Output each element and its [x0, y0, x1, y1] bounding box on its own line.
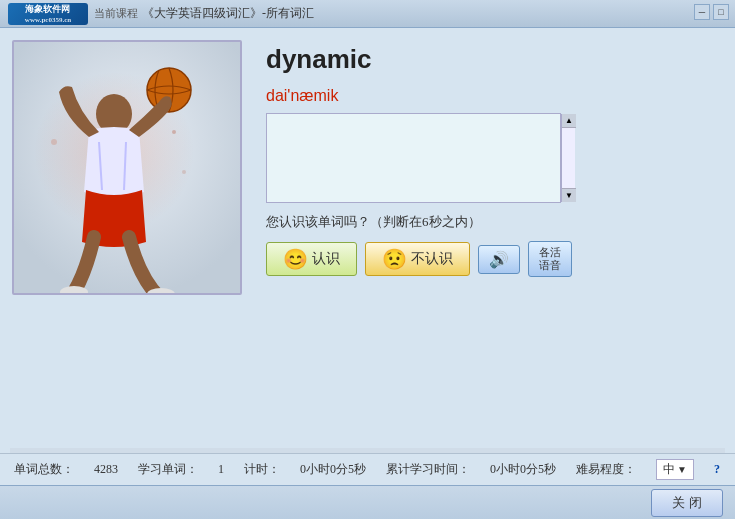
tts-line1: 各活 — [539, 246, 561, 259]
total-label: 单词总数： — [14, 461, 74, 478]
title-prefix: 当前课程 — [94, 6, 138, 21]
timer-value: 0小时0分5秒 — [300, 461, 366, 478]
close-button[interactable]: 关 闭 — [651, 489, 723, 517]
difficulty-label: 难易程度： — [576, 461, 636, 478]
left-panel — [12, 40, 252, 446]
logo-main: 海象软件网 — [25, 3, 71, 16]
question-row: 您认识该单词吗？（判断在6秒之内） — [266, 213, 723, 231]
difficulty-value: 中 — [663, 461, 675, 478]
not-know-button[interactable]: 😟 不认识 — [365, 242, 470, 276]
scroll-track — [562, 128, 575, 188]
word-image — [12, 40, 242, 295]
speaker-icon: 🔊 — [489, 250, 509, 269]
scroll-down-button[interactable]: ▼ — [562, 188, 576, 202]
status-bar: 单词总数：4283 学习单词：1 计时：0小时0分5秒 累计学习时间：0小时0分… — [0, 453, 735, 485]
title-text: 《大学英语四级词汇》-所有词汇 — [142, 5, 314, 22]
right-panel: dynamic dai'næmik ▲ ▼ 您认识该单词吗？（判断在6秒之内） … — [266, 40, 723, 446]
study-value: 1 — [218, 462, 224, 477]
difficulty-dropdown-icon[interactable]: ▼ — [677, 464, 687, 475]
title-bar: 海象软件网 www.pc0359.cn 当前课程 《大学英语四级词汇》-所有词汇… — [0, 0, 735, 28]
word-title: dynamic — [266, 40, 723, 79]
scrollbar: ▲ ▼ — [561, 114, 575, 202]
svg-point-5 — [51, 139, 57, 145]
repeat-button[interactable]: 🔊 — [478, 245, 520, 274]
window-controls: ─ □ — [694, 4, 729, 20]
logo: 海象软件网 www.pc0359.cn — [8, 3, 88, 25]
svg-point-4 — [172, 130, 176, 134]
definition-box — [266, 113, 561, 203]
svg-point-6 — [182, 170, 186, 174]
scroll-up-button[interactable]: ▲ — [562, 114, 576, 128]
tts-button[interactable]: 各活 语音 — [528, 241, 572, 277]
pronunciation: dai'næmik — [266, 85, 723, 107]
know-label: 认识 — [312, 250, 340, 268]
cumulative-label: 累计学习时间： — [386, 461, 470, 478]
tts-line2: 语音 — [539, 259, 561, 272]
buttons-row: 😊 认识 😟 不认识 🔊 各活 语音 — [266, 241, 723, 277]
cumulative-value: 0小时0分5秒 — [490, 461, 556, 478]
difficulty-value-box: 中 ▼ — [656, 459, 694, 480]
smiley-happy-icon: 😊 — [283, 247, 308, 271]
not-know-label: 不认识 — [411, 250, 453, 268]
total-value: 4283 — [94, 462, 118, 477]
smiley-sad-icon: 😟 — [382, 247, 407, 271]
definition-area: ▲ ▼ — [266, 113, 576, 203]
player-svg — [14, 42, 242, 295]
study-label: 学习单词： — [138, 461, 198, 478]
question-mark[interactable]: ? — [714, 462, 720, 477]
question-text: 您认识该单词吗？（判断在6秒之内） — [266, 213, 481, 231]
bottom-bar: 关 闭 — [0, 485, 735, 519]
main-content: dynamic dai'næmik ▲ ▼ 您认识该单词吗？（判断在6秒之内） … — [0, 28, 735, 458]
restore-button[interactable]: □ — [713, 4, 729, 20]
logo-sub: www.pc0359.cn — [25, 16, 71, 24]
know-button[interactable]: 😊 认识 — [266, 242, 357, 276]
timer-label: 计时： — [244, 461, 280, 478]
minimize-button[interactable]: ─ — [694, 4, 710, 20]
